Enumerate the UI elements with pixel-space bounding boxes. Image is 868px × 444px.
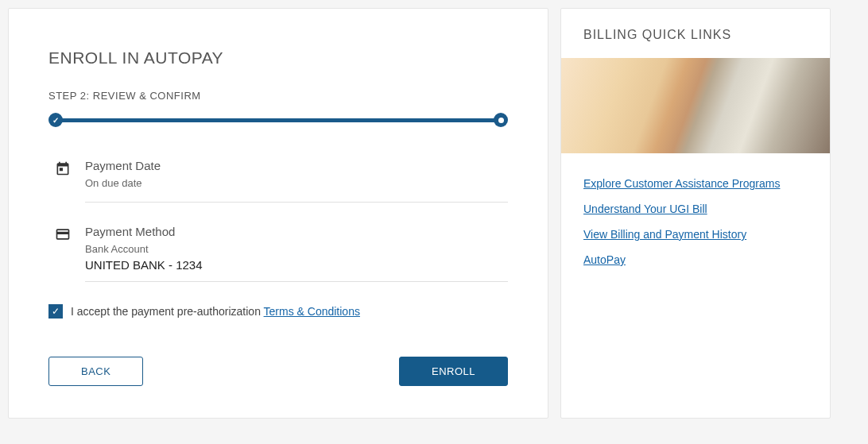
- payment-date-label: Payment Date: [85, 159, 508, 172]
- sidebar-links: Explore Customer Assistance Programs Und…: [561, 153, 830, 288]
- terms-link[interactable]: Terms & Conditions: [264, 305, 360, 318]
- enroll-button[interactable]: ENROLL: [399, 357, 508, 386]
- sidebar-title: BILLING QUICK LINKS: [561, 9, 830, 58]
- progress-step-2-current-icon: [494, 113, 508, 127]
- accept-prefix: I accept the payment pre-authorization: [71, 305, 264, 318]
- accept-text: I accept the payment pre-authorization T…: [71, 305, 360, 318]
- divider: [85, 281, 508, 282]
- billing-quick-links-card: BILLING QUICK LINKS Explore Customer Ass…: [560, 8, 831, 419]
- payment-date-value: On due date: [85, 177, 508, 189]
- sidebar-link-autopay[interactable]: AutoPay: [583, 253, 808, 266]
- payment-method-field: Payment Method Bank Account UNITED BANK …: [55, 225, 508, 272]
- payment-method-value: UNITED BANK - 1234: [85, 258, 508, 272]
- payment-date-field: Payment Date On due date: [55, 159, 508, 192]
- payment-method-type: Bank Account: [85, 243, 508, 255]
- card-icon: [55, 226, 71, 242]
- button-row: BACK ENROLL: [48, 357, 508, 386]
- enroll-autopay-card: ENROLL IN AUTOPAY STEP 2: REVIEW & CONFI…: [8, 8, 548, 419]
- calendar-icon: [55, 160, 71, 176]
- progress-line: [55, 118, 502, 122]
- sidebar-link-understand-bill[interactable]: Understand Your UGI Bill: [583, 203, 808, 215]
- step-label: STEP 2: REVIEW & CONFIRM: [48, 90, 508, 102]
- payment-method-label: Payment Method: [85, 225, 508, 238]
- divider: [85, 202, 508, 203]
- back-button[interactable]: BACK: [48, 357, 143, 386]
- accept-checkbox[interactable]: ✓: [48, 304, 63, 319]
- sidebar-link-billing-history[interactable]: View Billing and Payment History: [583, 228, 808, 241]
- sidebar-hero-image: [561, 58, 830, 153]
- accept-row: ✓ I accept the payment pre-authorization…: [48, 304, 508, 319]
- page-title: ENROLL IN AUTOPAY: [48, 48, 508, 68]
- progress-step-1-complete-icon: [48, 113, 63, 127]
- sidebar-link-assistance[interactable]: Explore Customer Assistance Programs: [583, 177, 808, 190]
- progress-bar: [48, 113, 508, 127]
